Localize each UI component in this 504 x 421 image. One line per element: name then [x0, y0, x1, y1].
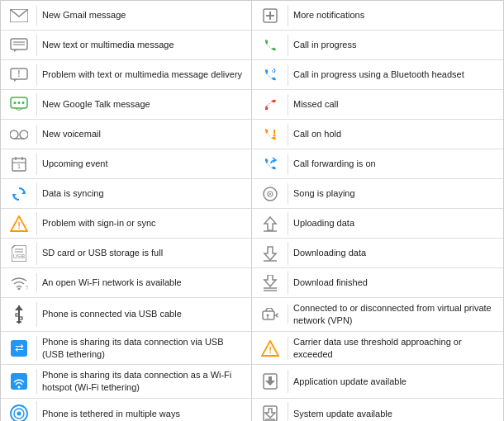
notification-icons-table: New Gmail messageMore notificationsNew t… [0, 0, 504, 421]
left-cell: ⇄Phone is sharing its data connection vi… [1, 332, 252, 365]
left-label: New Gmail message [37, 5, 251, 26]
right-icon [252, 35, 288, 56]
svg-point-13 [10, 130, 18, 139]
right-icon [252, 154, 288, 175]
right-icon [252, 305, 288, 324]
right-label: Application update available [288, 371, 503, 392]
right-label: Connected to or disconnected from virtua… [288, 298, 503, 331]
table-row: New Gmail messageMore notifications [1, 1, 503, 31]
right-cell: Downloading data [252, 239, 503, 267]
svg-point-14 [20, 130, 28, 139]
right-cell: Application update available [252, 365, 503, 398]
table-row: ⇄Phone is sharing its data connection vi… [1, 332, 503, 366]
svg-point-61 [17, 412, 21, 416]
right-cell: Call forwarding is on [252, 149, 503, 178]
right-label: Call on hold [288, 124, 503, 144]
left-icon [1, 302, 37, 327]
right-icon [252, 5, 288, 26]
left-cell: New Gmail message [1, 1, 252, 30]
right-cell: Call in progress using a Bluetooth heads… [252, 60, 503, 89]
left-icon [1, 182, 37, 206]
right-label: Call in progress using a Bluetooth heads… [288, 64, 503, 85]
right-cell: Download finished [252, 268, 503, 297]
left-label: Problem with sign-in or sync [37, 213, 251, 234]
right-label: Carrier data use threshold approaching o… [288, 332, 503, 365]
svg-marker-35 [264, 247, 276, 260]
left-icon: ! [1, 212, 37, 235]
right-label: Uploading data [288, 213, 503, 234]
right-cell: More notifications [252, 1, 503, 30]
right-cell: Missed call [252, 90, 503, 119]
right-icon [252, 183, 288, 205]
svg-point-37 [17, 287, 20, 290]
left-cell: 1Upcoming event [1, 149, 252, 178]
left-cell: New text or multimedia message [1, 31, 252, 59]
left-cell: USBSD card or USB storage is full [1, 239, 252, 267]
right-icon [252, 212, 288, 235]
table-row: ?An open Wi-Fi network is availableDownl… [1, 268, 503, 298]
left-icon: ! [1, 64, 37, 86]
left-label: New voicemail [37, 124, 251, 144]
table-row: !Problem with sign-in or syncUploading d… [1, 209, 503, 239]
table-row: New text or multimedia messageCall in pr… [1, 31, 503, 60]
left-cell: Data is syncing [1, 179, 252, 208]
svg-text:!: ! [269, 345, 272, 355]
svg-text:⇄: ⇄ [14, 342, 23, 354]
svg-marker-58 [265, 376, 275, 386]
left-cell: Phone is sharing its data connection as … [1, 365, 252, 398]
right-icon [252, 124, 288, 145]
left-icon: USB [1, 242, 37, 265]
left-cell: Phone is tethered in multiple ways [1, 399, 252, 421]
left-cell: !Problem with text or multimedia message… [1, 60, 252, 89]
svg-point-49 [266, 314, 269, 316]
svg-point-27 [269, 193, 271, 195]
right-label: Call forwarding is on [288, 154, 503, 174]
right-label: More notifications [288, 5, 503, 26]
svg-point-10 [13, 102, 16, 104]
right-icon: ! [252, 337, 288, 360]
left-label: Phone is sharing its data connection via… [37, 332, 251, 365]
right-label: Missed call [288, 94, 503, 115]
right-cell: Call in progress [252, 31, 503, 59]
right-cell: Uploading data [252, 209, 503, 238]
svg-point-12 [21, 102, 24, 104]
right-icon [252, 272, 288, 295]
left-icon [1, 93, 37, 116]
left-icon: ? [1, 273, 37, 293]
svg-marker-63 [265, 409, 275, 418]
svg-marker-39 [264, 275, 276, 286]
left-cell: ?An open Wi-Fi network is available [1, 268, 252, 297]
left-label: SD card or USB storage is full [37, 243, 251, 263]
svg-point-11 [17, 102, 20, 104]
left-cell: Phone is connected via USB cable [1, 298, 252, 331]
left-icon: 1 [1, 154, 37, 175]
right-label: Download finished [288, 272, 503, 293]
table-row: USBSD card or USB storage is fullDownloa… [1, 239, 503, 268]
table-row: 1Upcoming eventCall forwarding is on [1, 149, 503, 179]
svg-marker-30 [264, 217, 276, 230]
left-icon [1, 125, 37, 144]
left-cell: New Google Talk message [1, 90, 252, 119]
right-cell: Song is playing [252, 179, 503, 208]
left-cell: !Problem with sign-in or sync [1, 209, 252, 238]
left-label: Phone is sharing its data connection as … [37, 365, 251, 398]
svg-text:!: ! [17, 220, 21, 230]
left-label: Problem with text or multimedia message … [37, 64, 251, 85]
table-row: !Problem with text or multimedia message… [1, 60, 503, 90]
left-label: Phone is tethered in multiple ways [37, 404, 251, 421]
right-cell: System update available [252, 399, 503, 421]
left-cell: New voicemail [1, 120, 252, 149]
svg-rect-45 [17, 321, 21, 323]
right-label: Song is playing [288, 183, 503, 204]
table-row: Phone is tethered in multiple waysSystem… [1, 399, 503, 421]
svg-text:!: ! [17, 69, 20, 78]
right-icon [252, 94, 288, 116]
left-icon [1, 35, 37, 56]
left-icon: ⇄ [1, 336, 37, 361]
svg-point-17 [273, 134, 275, 136]
svg-text:?: ? [26, 285, 28, 290]
right-icon [252, 402, 288, 421]
right-icon [252, 370, 288, 393]
svg-point-56 [17, 386, 20, 389]
left-icon [1, 401, 37, 421]
